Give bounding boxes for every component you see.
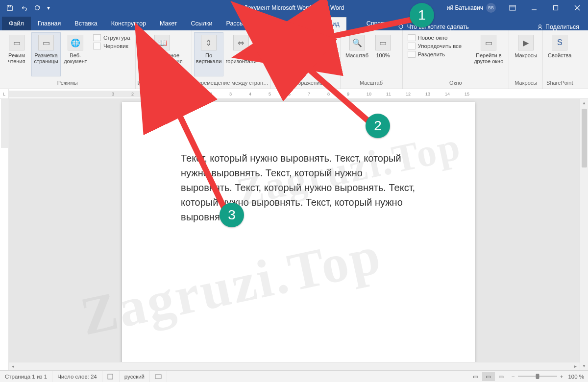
svg-text:8: 8 <box>327 92 330 96</box>
lightbulb-icon <box>397 24 404 30</box>
svg-text:14: 14 <box>445 92 450 96</box>
document-title: Документ Microsoft Word.docx - Word <box>244 4 344 11</box>
undo-icon[interactable] <box>18 2 29 14</box>
scroll-thumb[interactable] <box>582 109 587 167</box>
properties-button[interactable]: SСвойства <box>545 32 574 76</box>
draft-button[interactable]: Черновик <box>93 43 130 49</box>
new-window-button[interactable]: Новое окно <box>408 34 462 41</box>
group-sharepoint: SСвойства SharePoint <box>543 30 576 89</box>
ribbon-options-icon[interactable] <box>502 0 523 16</box>
tab-view[interactable]: Вид <box>321 17 346 30</box>
group-page-movement: ⇕По вертикали ⇔По горизонтали Перемещени… <box>192 30 271 89</box>
titlebar: ▾ Документ Microsoft Word.docx - Word ий… <box>0 0 588 16</box>
indent-marker-icon[interactable] <box>175 90 180 94</box>
horizontal-ruler[interactable]: 321 123456789101112131415 <box>9 89 588 99</box>
tell-me[interactable]: Что вы хотите сделать <box>397 24 469 30</box>
web-layout-button[interactable]: 🌐Веб-документ <box>61 32 90 76</box>
view-print-icon[interactable]: ▭ <box>482 372 495 381</box>
svg-text:3: 3 <box>112 92 114 96</box>
status-accessibility[interactable] <box>150 371 167 382</box>
minimize-button[interactable] <box>523 0 545 16</box>
macros-button[interactable]: ▶Макросы <box>511 32 540 76</box>
immersive-reader-button[interactable]: 📖Иммерсивное средство чтения <box>138 32 187 76</box>
zoom-button[interactable]: 🔍Масштаб <box>343 32 372 76</box>
zoom-in-button[interactable]: + <box>560 374 564 380</box>
save-icon[interactable] <box>4 2 16 14</box>
share-button[interactable]: Поделиться <box>537 24 579 30</box>
zoom-out-button[interactable]: − <box>512 374 515 380</box>
document-area: Текст, который нужно выровнять. Текст, к… <box>9 99 588 370</box>
document-viewport[interactable]: Текст, который нужно выровнять. Текст, к… <box>9 99 588 370</box>
spellcheck-icon <box>107 374 114 380</box>
zoom-value[interactable]: 100 % <box>568 374 584 380</box>
svg-point-8 <box>399 24 403 28</box>
tab-references[interactable]: Ссылки <box>184 17 219 30</box>
svg-text:15: 15 <box>465 92 469 96</box>
scroll-left-icon[interactable]: ◄ <box>9 362 17 370</box>
vertical-button[interactable]: ⇕По вертикали <box>194 32 223 76</box>
svg-point-10 <box>539 25 541 27</box>
horizontal-scrollbar[interactable]: ◄ ► <box>9 362 580 370</box>
vertical-ruler[interactable] <box>0 99 9 370</box>
zoom-control: − + 100 % <box>508 374 588 380</box>
svg-rect-35 <box>108 374 113 379</box>
zoom-slider[interactable] <box>518 376 557 377</box>
read-mode-button[interactable]: ▭Режим чтения <box>2 32 31 76</box>
tab-design[interactable]: Конструктор <box>104 17 153 30</box>
svg-text:11: 11 <box>386 92 391 96</box>
status-language[interactable]: русский <box>120 371 150 382</box>
ruler-checkbox[interactable]: ✓Линейка <box>276 35 335 41</box>
group-views: ▭Режим чтения ▭Разметка страницы 🌐Веб-до… <box>0 30 136 89</box>
svg-text:1: 1 <box>190 92 193 96</box>
statusbar: Страница 1 из 1 Число слов: 24 русский ▭… <box>0 370 588 382</box>
print-layout-button[interactable]: ▭Разметка страницы <box>31 32 61 76</box>
split-button[interactable]: Разделить <box>408 51 462 58</box>
group-zoom: 🔍Масштаб ▭100% Масштаб <box>341 30 403 89</box>
zoom-100-button[interactable]: ▭100% <box>372 32 394 76</box>
document-body-text[interactable]: Текст, который нужно выровнять. Текст, к… <box>181 151 416 224</box>
svg-text:2: 2 <box>131 92 134 96</box>
gridlines-checkbox[interactable]: Сетка <box>276 43 335 48</box>
user-account[interactable]: ий Батькавич ВБ <box>447 3 496 13</box>
status-page[interactable]: Страница 1 из 1 <box>0 371 52 382</box>
user-avatar: ВБ <box>486 3 496 13</box>
quick-access-toolbar: ▾ <box>0 2 56 14</box>
horizontal-button[interactable]: ⇔По горизонтали <box>223 32 259 76</box>
svg-text:13: 13 <box>425 92 430 96</box>
scroll-down-icon[interactable]: ▼ <box>580 362 588 370</box>
maximize-button[interactable] <box>545 0 566 16</box>
svg-rect-5 <box>554 6 558 10</box>
svg-text:12: 12 <box>406 92 411 96</box>
word-window: ▾ Документ Microsoft Word.docx - Word ий… <box>0 0 588 382</box>
document-name: Документ Microsoft Word.docx <box>244 4 325 11</box>
svg-text:10: 10 <box>367 92 371 96</box>
status-word-count[interactable]: Число слов: 24 <box>52 371 102 382</box>
navigation-pane-checkbox[interactable]: Область навигации <box>276 50 335 56</box>
outline-button[interactable]: Структура <box>93 34 130 41</box>
svg-text:1: 1 <box>151 92 153 96</box>
svg-text:9: 9 <box>347 92 349 96</box>
tab-layout[interactable]: Макет <box>153 17 184 30</box>
status-spellcheck[interactable] <box>102 371 120 382</box>
tab-insert[interactable]: Вставка <box>68 17 104 30</box>
scroll-up-icon[interactable]: ▲ <box>580 99 588 107</box>
ruler-corner: L <box>0 89 9 99</box>
document-page[interactable]: Текст, который нужно выровнять. Текст, к… <box>122 102 475 370</box>
tab-review[interactable]: Рецензирование <box>261 17 322 30</box>
tab-help[interactable]: Справка <box>346 17 397 30</box>
tab-mailings[interactable]: Рассылки <box>219 17 260 30</box>
user-name: ий Батькавич <box>447 4 483 11</box>
redo-icon[interactable] <box>31 2 43 14</box>
tab-home[interactable]: Главная <box>31 17 68 30</box>
scroll-right-icon[interactable]: ► <box>571 362 580 370</box>
svg-text:2: 2 <box>210 92 212 96</box>
view-web-icon[interactable]: ▭ <box>495 372 508 381</box>
switch-windows-button[interactable]: ▭Перейти в другое окно <box>470 32 507 76</box>
qat-more-icon[interactable]: ▾ <box>45 2 52 14</box>
close-button[interactable] <box>566 0 588 16</box>
group-window: Новое окно Упорядочить все Разделить ▭Пе… <box>403 30 510 89</box>
view-read-icon[interactable]: ▭ <box>469 372 482 381</box>
tab-file[interactable]: Файл <box>2 17 31 30</box>
vertical-scrollbar[interactable]: ▲ ▼ <box>580 99 588 370</box>
arrange-all-button[interactable]: Упорядочить все <box>408 43 462 49</box>
